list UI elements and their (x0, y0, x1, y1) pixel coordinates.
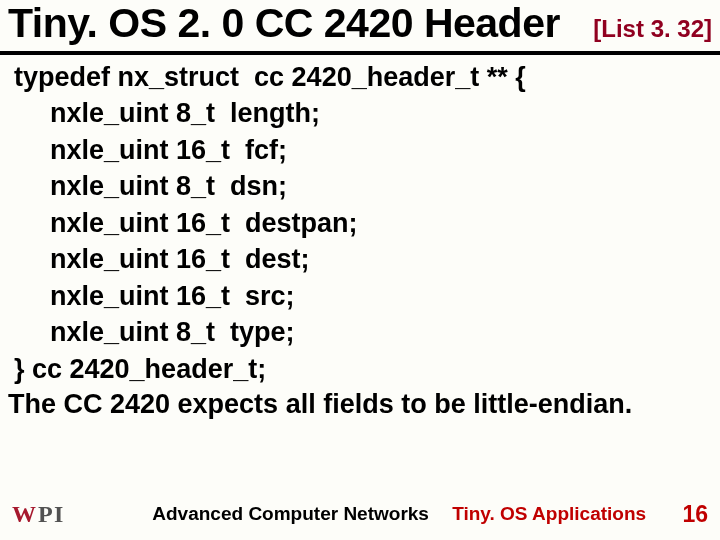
code-line: nxle_uint 8_t length; (14, 95, 710, 131)
slide-header: Tiny. OS 2. 0 CC 2420 Header [List 3. 32… (0, 0, 720, 55)
code-block: typedef nx_struct cc 2420_header_t ** { … (0, 55, 720, 387)
code-line: nxle_uint 8_t type; (14, 314, 710, 350)
slide-note: The CC 2420 expects all fields to be lit… (0, 387, 720, 420)
page-number: 16 (682, 501, 708, 528)
wpi-logo: W P I (12, 500, 76, 528)
footer-topic: Tiny. OS Applications (452, 503, 646, 524)
code-line: } cc 2420_header_t; (14, 351, 710, 387)
code-line: nxle_uint 16_t dest; (14, 241, 710, 277)
code-line: typedef nx_struct cc 2420_header_t ** { (14, 59, 710, 95)
svg-text:I: I (54, 501, 63, 527)
code-line: nxle_uint 16_t fcf; (14, 132, 710, 168)
footer-course: Advanced Computer Networks (152, 503, 429, 524)
footer-text: Advanced Computer Networks Tiny. OS Appl… (116, 503, 682, 525)
code-line: nxle_uint 8_t dsn; (14, 168, 710, 204)
svg-text:P: P (38, 501, 53, 527)
code-line: nxle_uint 16_t src; (14, 278, 710, 314)
svg-text:W: W (12, 501, 36, 527)
code-line: nxle_uint 16_t destpan; (14, 205, 710, 241)
slide-footer: W P I Advanced Computer Networks Tiny. O… (0, 500, 720, 528)
list-reference: [List 3. 32] (593, 15, 712, 47)
slide-title: Tiny. OS 2. 0 CC 2420 Header (8, 0, 593, 47)
